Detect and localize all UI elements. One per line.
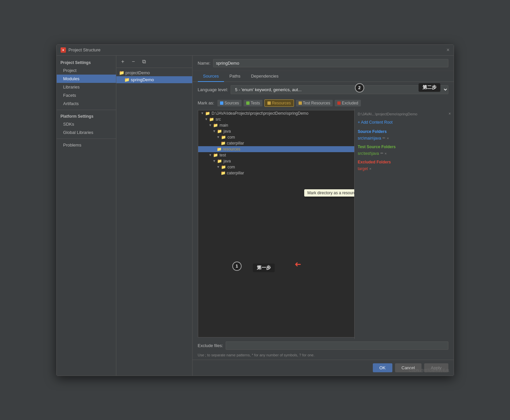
name-label: Name: [198, 61, 210, 66]
tree-and-info: Mark directory as a resources root ▼ 📁 D… [193, 109, 454, 339]
name-row: Name: [193, 56, 454, 71]
dialog-layout: Project Settings Project Modules Librari… [57, 56, 454, 376]
folder-icon-caterpillar: 📁 [221, 141, 226, 146]
sidebar-item-artifacts[interactable]: Artifacts [57, 99, 116, 108]
exclude-hint: Use ; to separate name patterns, * for a… [193, 352, 454, 360]
resources-color-dot [267, 101, 271, 105]
file-tree-area: Mark directory as a resources root ▼ 📁 D… [198, 110, 354, 337]
tests-color-dot [246, 101, 250, 105]
exclude-files-label: Exclude files: [198, 343, 223, 348]
tree-node-root[interactable]: ▼ 📁 D:\JAVA\IdeaProjects\project\project… [198, 110, 354, 116]
tree-node-resources[interactable]: 📁 resources [198, 146, 354, 152]
tree-node-com[interactable]: ▼ 📁 com [198, 134, 354, 140]
exclude-files-row: Exclude files: [193, 339, 454, 352]
folder-icon-test-caterpillar: 📁 [221, 171, 226, 175]
lang-row: Language level: 5 - 'enum' keyword, gene… [193, 82, 454, 97]
step2-label: 第二步 [419, 83, 440, 92]
name-input[interactable] [213, 59, 448, 67]
tab-dependencies[interactable]: Dependencies [246, 71, 284, 82]
close-button[interactable]: × [446, 47, 449, 53]
sidebar-item-libraries[interactable]: Libraries [57, 83, 116, 91]
tree-node-src[interactable]: ▼ 📁 src [198, 116, 354, 122]
ok-button[interactable]: OK [373, 363, 392, 372]
tree-item-springdemo[interactable]: 📁 springDemo [116, 76, 192, 83]
info-panel-title: D:\JAVA\...\projectDemo\springDemo [358, 112, 450, 116]
copy-module-button[interactable]: ⧉ [140, 58, 148, 66]
mark-test-resources-button[interactable]: Test Resources [296, 100, 333, 106]
tree-item-projectdemo[interactable]: 📁 projectDemo [116, 69, 192, 76]
sidebar: Project Settings Project Modules Librari… [57, 56, 116, 376]
folder-icon-test-com: 📁 [221, 165, 226, 169]
folder-icon-projectdemo: 📁 [119, 70, 124, 75]
excluded-color-dot [337, 101, 341, 105]
tree-node-caterpillar[interactable]: 📁 caterpillar [198, 140, 354, 146]
sources-color-dot [220, 101, 223, 105]
sidebar-item-project[interactable]: Project [57, 66, 116, 75]
lang-level-label: Language level: [198, 87, 228, 92]
edit-source-folder-button[interactable]: ✏ [382, 136, 385, 140]
arrow-icon: ▼ [205, 117, 208, 121]
tree-node-test-caterpillar[interactable]: 📁 caterpillar [198, 170, 354, 176]
sidebar-item-modules[interactable]: Modules [57, 75, 116, 83]
test-resources-color-dot [299, 101, 302, 105]
excluded-folders-label: Excluded Folders [358, 160, 450, 164]
lang-level-select[interactable]: 5 - 'enum' keyword, generics, aut... [231, 85, 448, 94]
folder-icon-main: 📁 [213, 123, 218, 128]
tab-paths[interactable]: Paths [224, 71, 246, 82]
arrow-icon: ▼ [201, 111, 204, 115]
test-source-folder-path-0: src\test\java [358, 151, 379, 156]
source-folders-label: Source Folders [358, 129, 450, 134]
folder-icon-resources: 📁 [217, 147, 222, 151]
project-structure-dialog: ♦ Project Structure × Project Settings P… [56, 44, 454, 376]
sidebar-divider2 [57, 139, 116, 139]
folder-icon-src: 📁 [209, 117, 214, 122]
delete-source-folder-button[interactable]: × [387, 136, 389, 140]
arrow-icon: ▼ [209, 123, 212, 127]
arrow-icon: ▼ [217, 165, 220, 169]
folder-icon-test: 📁 [213, 153, 218, 157]
source-folder-path-0: src\main\java [358, 136, 381, 141]
remove-module-button[interactable]: − [130, 58, 138, 66]
info-close-button[interactable]: × [448, 111, 451, 116]
folder-icon-test-java: 📁 [217, 159, 222, 163]
sidebar-item-global-libraries[interactable]: Global Libraries [57, 128, 116, 137]
mark-excluded-button[interactable]: Excluded [335, 100, 361, 106]
folder-icon-java: 📁 [217, 129, 222, 134]
mark-sources-button[interactable]: Sources [217, 100, 242, 106]
add-module-button[interactable]: + [119, 58, 127, 66]
tree-node-main[interactable]: ▼ 📁 main [198, 122, 354, 128]
folder-icon-root: 📁 [205, 111, 210, 116]
tree-node-test-com[interactable]: ▼ 📁 com [198, 164, 354, 170]
info-panel: D:\JAVA\...\projectDemo\springDemo × + A… [354, 109, 454, 339]
title-bar: ♦ Project Structure × [57, 45, 454, 56]
tree-node-test-java[interactable]: ▼ 📁 java [198, 158, 354, 164]
test-source-folders-label: Test Source Folders [358, 145, 450, 149]
project-settings-section: Project Settings [57, 58, 116, 66]
tree-node-test[interactable]: ▼ 📁 test [198, 152, 354, 158]
main-content: Name: Sources Paths Dependencies Languag… [193, 56, 454, 376]
tree-node-java[interactable]: ▼ 📁 java [198, 128, 354, 134]
delete-test-folder-button[interactable]: × [385, 151, 387, 155]
add-content-root-button[interactable]: + Add Content Root [358, 119, 450, 126]
sidebar-item-problems[interactable]: Problems [57, 141, 116, 149]
arrow-icon: ▼ [213, 129, 216, 133]
sidebar-item-facets[interactable]: Facets [57, 91, 116, 99]
platform-settings-section: Platform Settings [57, 112, 116, 120]
folder-icon-com: 📁 [221, 135, 226, 140]
mark-resources-button[interactable]: Resources [264, 99, 294, 107]
tabs: Sources Paths Dependencies [193, 71, 454, 82]
excluded-folder-path-0: target [358, 166, 368, 171]
tab-sources[interactable]: Sources [198, 71, 224, 82]
watermark: CSDN @想写程序的毛虫 [409, 368, 449, 373]
project-tree: 📁 projectDemo 📁 springDemo [116, 68, 192, 376]
exclude-files-input[interactable] [226, 341, 448, 350]
sidebar-item-sdks[interactable]: SDKs [57, 120, 116, 128]
tooltip-balloon: Mark directory as a resources root [304, 189, 354, 197]
mark-tests-button[interactable]: Tests [244, 100, 262, 106]
title-bar-left: ♦ Project Structure [61, 47, 101, 53]
edit-test-folder-button[interactable]: ✏ [380, 151, 383, 155]
dialog-footer: OK Cancel Apply [193, 360, 454, 376]
delete-excluded-folder-button[interactable]: × [369, 167, 371, 171]
red-arrow-indicator: ➜ [295, 260, 301, 269]
folder-icon-springdemo: 📁 [124, 77, 130, 82]
